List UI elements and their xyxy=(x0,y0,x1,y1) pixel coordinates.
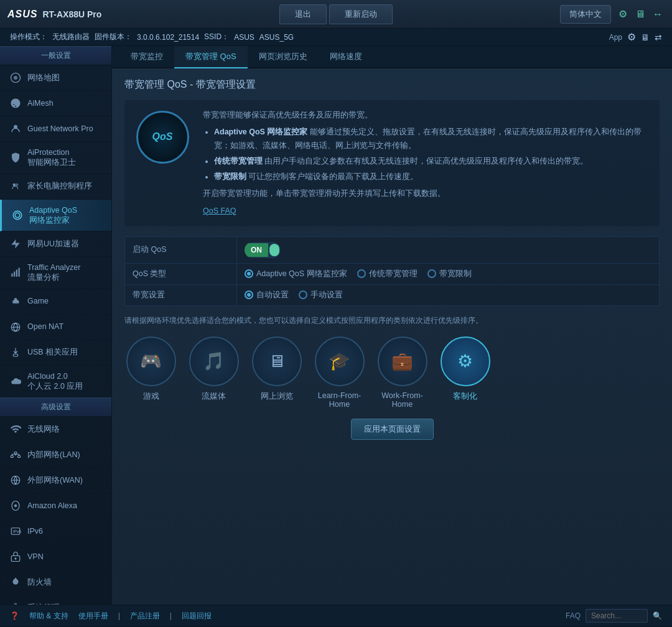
sidebar-item-firewall[interactable]: 防火墙 xyxy=(0,570,111,595)
network-icon[interactable]: ↔ xyxy=(651,7,665,21)
usb-status-icon[interactable]: ⇄ xyxy=(655,32,662,42)
mode-label-custom: 客制化 xyxy=(453,391,477,402)
tab-network-speed[interactable]: 网络速度 xyxy=(319,46,373,68)
sidebar-item-adaptive-qos[interactable]: Adaptive QoS 网络监控家 xyxy=(0,200,111,232)
sidebar-item-parental[interactable]: 家长电脑控制程序 xyxy=(0,174,111,200)
ssid-label: SSID： xyxy=(204,32,229,42)
sidebar-item-label-parental: 家长电脑控制程序 xyxy=(27,181,92,191)
faq-search-icon[interactable]: 🔍 xyxy=(653,611,662,620)
open-nat-icon xyxy=(9,320,22,334)
sidebar-item-usb-app[interactable]: USB 相关应用 xyxy=(0,340,111,366)
content-area: 带宽监控 带宽管理 QoS 网页浏览历史 网络速度 带宽管理 QoS - 带宽管… xyxy=(112,46,672,605)
info-text: 带宽管理能够保证高优先级任务及应用的带宽。 Adaptive QoS 网络监控家… xyxy=(203,109,650,218)
sidebar-item-aimesh[interactable]: AiMesh xyxy=(0,91,111,116)
mode-label-web: 网上浏览 xyxy=(261,391,293,402)
reboot-button[interactable]: 重新启动 xyxy=(329,4,393,24)
qos-enable-row: 启动 QoS ON xyxy=(125,236,660,263)
svg-point-20 xyxy=(15,558,17,560)
qos-limit-label: 带宽限制 xyxy=(439,269,472,279)
gear-status-icon[interactable]: ⚙ xyxy=(627,31,636,43)
svg-point-1 xyxy=(14,76,17,80)
feature-3-name: 带宽限制 xyxy=(214,172,246,181)
display-status-icon[interactable]: 🖥 xyxy=(641,32,650,42)
mode-grid: 🎮 游戏 🎵 流媒体 🖥 网上浏览 🎓 Learn-From- Home 💼 xyxy=(124,337,660,409)
tab-bandwidth-monitor[interactable]: 带宽监控 xyxy=(119,46,174,68)
sidebar-item-aicloud[interactable]: AiCloud 2.0 个人云 2.0 应用 xyxy=(0,366,111,398)
feature-2: 传统带宽管理 由用户手动自定义参数在有线及无线连接时，保证高优先级应用及程序传入… xyxy=(214,155,650,168)
faq-label: FAQ xyxy=(566,611,581,620)
feature-1: Adaptive QoS 网络监控家 能够通过预先定义、拖放设置，在有线及无线连… xyxy=(214,126,650,152)
sidebar-item-alexa[interactable]: Amazon Alexa xyxy=(0,493,111,519)
tab-qos-management[interactable]: 带宽管理 QoS xyxy=(174,46,248,68)
mode-item-stream[interactable]: 🎵 流媒体 xyxy=(187,337,240,409)
language-button[interactable]: 简体中文 xyxy=(560,5,611,24)
product-reg-link[interactable]: 产品注册 xyxy=(130,611,160,621)
bandwidth-auto[interactable]: 自动设置 xyxy=(245,290,289,300)
sidebar-item-label-guest: Guest Network Pro xyxy=(27,124,93,134)
page-content: 带宽管理 QoS - 带宽管理设置 QoS 带宽管理能够保证高优先级任务及应用的… xyxy=(112,68,672,450)
svg-rect-6 xyxy=(14,272,15,277)
feature-1-name: Adaptive QoS 网络监控家 xyxy=(214,128,307,136)
sidebar-item-label-aiprotection: AiProtection 智能网络卫士 xyxy=(27,147,76,168)
mode-item-game[interactable]: 🎮 游戏 xyxy=(124,337,177,409)
sidebar-item-label-game: Game xyxy=(27,296,49,306)
qos-toggle[interactable]: ON xyxy=(245,242,281,258)
mode-item-web[interactable]: 🖥 网上浏览 xyxy=(250,337,303,409)
app-label: App xyxy=(609,33,622,42)
intro-text: 带宽管理能够保证高优先级任务及应用的带宽。 xyxy=(203,109,650,122)
sidebar-item-guest-network[interactable]: Guest Network Pro xyxy=(0,116,111,142)
sidebar-item-game[interactable]: Game xyxy=(0,289,111,315)
qos-type-adaptive[interactable]: Adaptive QoS 网络监控家 xyxy=(245,269,347,279)
wan-icon xyxy=(9,473,22,487)
sidebar-item-label-system: 系统管理 xyxy=(27,603,60,605)
status-bar: 操作模式： 无线路由器 固件版本： 3.0.0.6.102_21514 SSID… xyxy=(0,29,672,46)
feature-3-desc: 可让您控制客户端设备的最高下载及上传速度。 xyxy=(248,172,418,181)
svg-rect-13 xyxy=(18,456,21,458)
qos-type-label: QoS 类型 xyxy=(125,263,237,284)
help-support-link[interactable]: 帮助 & 支持 xyxy=(29,611,68,621)
sidebar-item-wireless[interactable]: 无线网络 xyxy=(0,417,111,442)
svg-rect-11 xyxy=(11,456,14,458)
sidebar-item-traffic-analyzer[interactable]: Traffic Analyzer 流量分析 xyxy=(0,257,111,289)
firewall-icon xyxy=(9,575,22,589)
mode-item-learn[interactable]: 🎓 Learn-From- Home xyxy=(313,337,366,409)
qos-type-traditional[interactable]: 传统带宽管理 xyxy=(357,269,418,279)
help-icon: ❓ xyxy=(10,611,19,620)
mode-icon-work: 💼 xyxy=(378,337,427,386)
aimesh-icon xyxy=(9,96,22,110)
qos-traditional-label: 传统带宽管理 xyxy=(369,269,418,279)
sidebar-item-lan[interactable]: 内部网络(LAN) xyxy=(0,442,111,468)
top-icons: ⚙ 🖥 ↔ xyxy=(616,7,665,21)
sidebar-item-open-nat[interactable]: Open NAT xyxy=(0,315,111,340)
feedback-link[interactable]: 回题回报 xyxy=(182,611,212,621)
qos-logo: QoS xyxy=(134,109,190,165)
qos-faq-link[interactable]: QoS FAQ xyxy=(203,205,650,218)
qos-type-limit[interactable]: 带宽限制 xyxy=(427,269,472,279)
sidebar-item-label-aimesh: AiMesh xyxy=(27,98,54,108)
sidebar-item-label-vpn: VPN xyxy=(27,552,44,562)
mode-item-custom[interactable]: ⚙ 客制化 xyxy=(439,337,492,409)
sidebar-item-aiprotection[interactable]: AiProtection 智能网络卫士 xyxy=(0,142,111,174)
manual-link[interactable]: 使用手册 xyxy=(78,611,108,621)
qos-adaptive-dot xyxy=(245,269,253,278)
faq-search-input[interactable] xyxy=(586,609,648,623)
monitor-icon[interactable]: 🖥 xyxy=(633,7,647,21)
feature-2-desc: 由用户手动自定义参数在有线及无线连接时，保证高优先级应用及程序传入和传出的带宽。 xyxy=(264,157,588,165)
settings-icon[interactable]: ⚙ xyxy=(616,7,630,21)
sidebar-item-vpn[interactable]: VPN xyxy=(0,544,111,570)
apply-button[interactable]: 应用本页面设置 xyxy=(351,419,434,440)
sidebar-item-system[interactable]: 系统管理 xyxy=(0,595,111,605)
sidebar-item-ipv6[interactable]: IPv6 IPv6 xyxy=(0,519,111,544)
mode-label-work: Work-From- Home xyxy=(381,391,422,409)
sidebar-item-network-map[interactable]: 网络地图 xyxy=(0,65,111,91)
mode-item-work[interactable]: 💼 Work-From- Home xyxy=(376,337,429,409)
tab-web-history[interactable]: 网页浏览历史 xyxy=(248,46,319,68)
bandwidth-label: 带宽设置 xyxy=(125,284,237,305)
mode-label-learn: Learn-From- Home xyxy=(318,391,361,409)
sidebar-item-network-uu[interactable]: 网易UU加速器 xyxy=(0,231,111,257)
bandwidth-manual[interactable]: 手动设置 xyxy=(299,290,343,300)
separator-1: | xyxy=(118,611,120,620)
sidebar-item-wan[interactable]: 外部网络(WAN) xyxy=(0,468,111,493)
qos-limit-dot xyxy=(427,269,436,278)
logout-button[interactable]: 退出 xyxy=(279,4,327,24)
